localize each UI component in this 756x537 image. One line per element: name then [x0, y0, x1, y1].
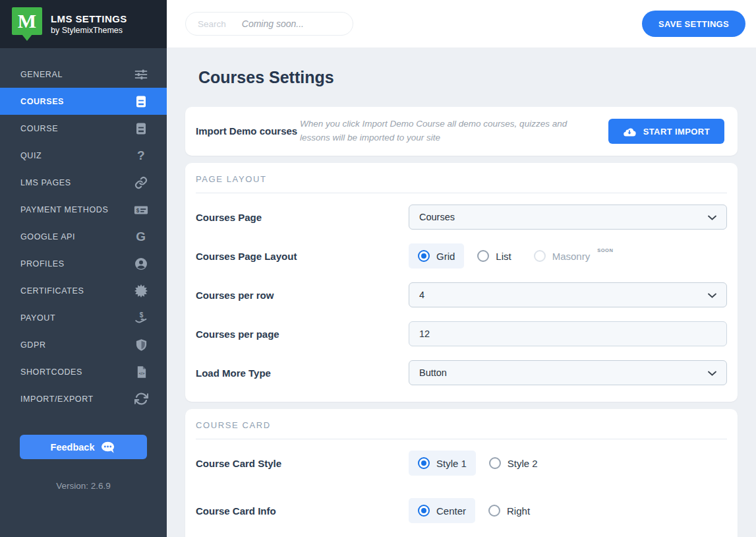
sidebar-item-courses[interactable]: COURSES: [0, 88, 167, 115]
search-input[interactable]: Search Coming soon...: [185, 12, 353, 36]
radio-icon: [477, 250, 489, 262]
sidebar-item-profiles[interactable]: PROFILES: [0, 250, 167, 277]
sidebar-item-label: SHORTCODES: [20, 367, 82, 377]
sidebar-item-lms-pages[interactable]: LMS PAGES: [0, 169, 167, 196]
sidebar-item-payout[interactable]: PAYOUT $: [0, 304, 167, 331]
app-title: LMS SETTINGS: [51, 13, 127, 26]
course-card-info-options: Center Right: [409, 498, 727, 523]
certificate-seal-icon: [133, 284, 149, 298]
sidebar-item-label: QUIZ: [20, 151, 42, 160]
sidebar-item-label: CERTIFICATES: [20, 286, 84, 296]
chevron-down-icon: [708, 367, 716, 378]
sidebar-item-quiz[interactable]: QUIZ ?: [0, 142, 167, 169]
feedback-label: Feedback: [51, 442, 95, 453]
radio-option-style-1[interactable]: Style 1: [409, 451, 476, 476]
course-card-section: COURSE CARD Course Card Style Style 1 St…: [185, 409, 738, 537]
main-area: Search Coming soon... SAVE SETTINGS Cour…: [167, 0, 756, 537]
brand-text: LMS SETTINGS by StylemixThemes: [51, 13, 127, 35]
selected-value: Courses: [419, 212, 455, 222]
topbar: Search Coming soon... SAVE SETTINGS: [167, 0, 756, 47]
chevron-down-icon: [708, 290, 716, 300]
sidebar-item-label: GENERAL: [20, 70, 63, 79]
radio-option-right[interactable]: Right: [479, 498, 539, 523]
sync-icon: [133, 392, 149, 406]
course-card-style-options: Style 1 Style 2: [409, 451, 727, 476]
shield-icon: [133, 338, 149, 352]
app-subtitle: by StylemixThemes: [51, 26, 127, 35]
radio-label: Center: [436, 505, 466, 517]
load-more-type-row: Load More Type Button: [196, 360, 727, 385]
lms-logo: M: [12, 7, 42, 42]
field-label: Course Card Style: [196, 458, 409, 469]
courses-per-row-row: Courses per row 4: [196, 282, 727, 307]
soon-badge: SOON: [597, 247, 613, 253]
import-demo-card: Import Demo courses When you click Impor…: [185, 107, 738, 156]
page-title: Courses Settings: [198, 68, 738, 87]
load-more-type-select[interactable]: Button: [409, 360, 727, 385]
question-icon: ?: [133, 149, 149, 162]
selected-value: Button: [419, 367, 447, 378]
sidebar-item-label: PAYMENT METHODS: [20, 205, 108, 214]
sidebar-item-label: PAYOUT: [20, 313, 55, 323]
radio-icon: [534, 250, 546, 262]
start-import-label: START IMPORT: [643, 127, 710, 137]
course-card-style-row: Course Card Style Style 1 Style 2: [196, 451, 727, 476]
radio-label: Grid: [436, 251, 455, 262]
chevron-down-icon: [708, 212, 716, 222]
radio-option-center[interactable]: Center: [409, 498, 475, 523]
page-layout-section: PAGE LAYOUT Courses Page Courses Courses…: [185, 163, 738, 402]
courses-page-layout-row: Courses Page Layout Grid List Masonry SO…: [196, 243, 727, 268]
section-title: PAGE LAYOUT: [196, 163, 727, 193]
course-card-info-row: Course Card Info Center Right: [196, 498, 727, 523]
sidebar-item-label: LMS PAGES: [20, 178, 71, 187]
svg-text:$: $: [136, 207, 140, 213]
sidebar-item-shortcodes[interactable]: SHORTCODES </>: [0, 358, 167, 385]
courses-page-select[interactable]: Courses: [409, 205, 727, 230]
sidebar-nav: GENERAL COURSES COURSE: [0, 48, 167, 412]
payout-hand-icon: $: [133, 311, 149, 325]
radio-option-list[interactable]: List: [468, 243, 520, 268]
field-label: Courses per page: [196, 329, 409, 340]
sidebar-item-label: IMPORT/EXPORT: [20, 395, 94, 404]
sidebar-item-label: COURSE: [20, 124, 58, 133]
courses-per-row-select[interactable]: 4: [409, 282, 727, 307]
import-demo-description: When you click Import Demo Course all de…: [300, 117, 598, 145]
radio-option-grid[interactable]: Grid: [409, 243, 464, 268]
courses-per-page-input[interactable]: [409, 321, 727, 346]
radio-icon: [489, 457, 501, 469]
sidebar-item-google-api[interactable]: GOOGLE API G: [0, 223, 167, 250]
field-label: Load More Type: [196, 367, 409, 379]
radio-option-style-2[interactable]: Style 2: [480, 451, 547, 476]
sidebar-item-payment-methods[interactable]: PAYMENT METHODS $: [0, 196, 167, 223]
section-title: COURSE CARD: [196, 409, 727, 439]
sidebar-item-certificates[interactable]: CERTIFICATES: [0, 277, 167, 304]
book-icon: [133, 95, 149, 108]
chat-bubble-icon: [101, 441, 116, 454]
sidebar-item-general[interactable]: GENERAL: [0, 61, 167, 88]
sidebar-item-import-export[interactable]: IMPORT/EXPORT: [0, 385, 167, 412]
sidebar: M LMS SETTINGS by StylemixThemes GENERAL…: [0, 0, 167, 537]
radio-label: Masonry: [552, 251, 591, 262]
logo-letter: M: [12, 7, 42, 35]
radio-option-masonry: Masonry SOON: [525, 243, 623, 268]
import-demo-label: Import Demo courses: [196, 125, 300, 138]
search-placeholder: Search: [198, 19, 226, 29]
radio-label: List: [496, 251, 511, 262]
svg-text:$: $: [140, 311, 144, 319]
feedback-button[interactable]: Feedback: [20, 435, 147, 459]
section-divider: [196, 193, 727, 193]
start-import-button[interactable]: START IMPORT: [608, 119, 724, 144]
courses-per-page-row: Courses per page: [196, 321, 727, 346]
field-label: Courses Page: [196, 212, 409, 223]
radio-icon: [488, 505, 500, 517]
payment-check-icon: $: [133, 203, 149, 217]
sidebar-item-course[interactable]: COURSE: [0, 115, 167, 142]
sliders-icon: [133, 67, 149, 82]
save-settings-button[interactable]: SAVE SETTINGS: [642, 11, 745, 37]
search-coming-soon-note: Coming soon...: [242, 18, 304, 29]
sidebar-item-label: GOOGLE API: [20, 232, 75, 241]
radio-label: Right: [507, 505, 530, 517]
sidebar-item-gdpr[interactable]: GDPR: [0, 331, 167, 358]
courses-page-row: Courses Page Courses: [196, 205, 727, 230]
svg-text:</>: </>: [138, 371, 144, 375]
